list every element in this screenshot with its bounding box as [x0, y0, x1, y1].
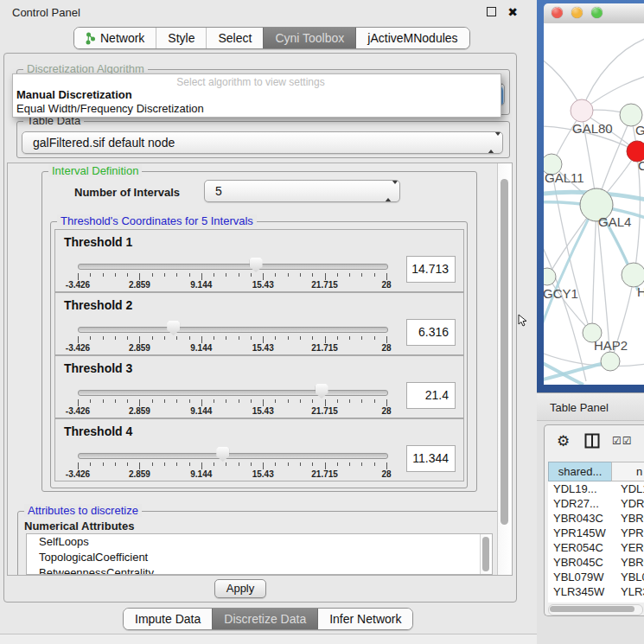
settings-scrollbar-thumb[interactable]: [501, 179, 508, 525]
attributes-group-label: Attributes to discretize: [24, 504, 142, 517]
tab-style[interactable]: Style: [156, 28, 206, 48]
tab-label: Discretize Data: [224, 612, 306, 626]
slider-tick-label: 21.715: [303, 280, 347, 290]
slider-tick: [226, 273, 226, 277]
tab-impute-data[interactable]: Impute Data: [124, 609, 212, 629]
table-row[interactable]: YDR27...YDR27: [548, 496, 644, 511]
cell-shared-name: YDL19...: [553, 481, 597, 496]
table-row[interactable]: YBR043CYBR04: [548, 511, 644, 526]
cell-shared-name: YLR345W: [553, 584, 604, 599]
apply-button[interactable]: Apply: [214, 579, 266, 598]
threshold-value-field[interactable]: 11.344: [406, 445, 456, 472]
threshold-slider-track[interactable]: [78, 390, 388, 396]
threshold-slider-thumb[interactable]: [316, 384, 328, 399]
slider-tick: [275, 399, 276, 403]
settings-scrollbar[interactable]: [497, 163, 512, 575]
settings-scrollpane: Interval Definition Number of Intervals …: [7, 163, 513, 576]
attribute-item[interactable]: TopologicalCoefficient: [27, 550, 492, 565]
number-of-intervals-combobox[interactable]: 5: [204, 180, 400, 202]
table-hscrollbar-thumb[interactable]: [550, 606, 634, 612]
algorithm-dropdown-popup: Select algorithm to view settings Manual…: [12, 73, 501, 118]
network-node-label: GAL11: [545, 170, 584, 185]
table-row[interactable]: YDL19...YDL19: [548, 481, 644, 496]
slider-tick: [275, 273, 276, 277]
threshold-slider-thumb[interactable]: [216, 447, 229, 462]
slider-tick: [288, 399, 289, 403]
minimize-traffic-light-icon[interactable]: [571, 7, 583, 18]
tab-discretize-data[interactable]: Discretize Data: [212, 609, 317, 629]
network-canvas[interactable]: GAL80GACGAL11GAL4GCY1HHAP2: [544, 23, 644, 385]
float-window-icon[interactable]: [484, 5, 498, 19]
slider-tick: [386, 462, 387, 469]
tab-label: Infer Network: [329, 612, 401, 626]
column-header-name[interactable]: n: [611, 462, 644, 481]
algorithm-option-manual-discretization[interactable]: Manual Discretization: [16, 88, 132, 101]
threshold-slider-thumb[interactable]: [167, 321, 180, 335]
select-columns-checkboxes-icon[interactable]: ☑☑: [612, 435, 633, 447]
slider-tick-label: 9.144: [180, 469, 223, 479]
slider-tick: [374, 399, 375, 403]
slider-tick: [189, 399, 190, 403]
slider-tick: [214, 462, 214, 466]
network-window-titlebar[interactable]: [544, 3, 644, 24]
attribute-item[interactable]: SelfLoops: [27, 534, 492, 550]
tab-network[interactable]: Network: [74, 28, 156, 48]
network-edge[interactable]: [592, 207, 596, 331]
tab-cyni-toolbox[interactable]: Cyni Toolbox: [263, 28, 355, 48]
threshold-value-field[interactable]: 6.316: [406, 319, 456, 346]
slider-tick: [361, 336, 362, 340]
slider-tick: [349, 336, 350, 340]
slider-tick: [349, 399, 350, 403]
attribute-item[interactable]: BetweennessCentrality: [27, 565, 492, 575]
network-view-window[interactable]: GAL80GACGAL11GAL4GCY1HHAP2: [537, 0, 644, 392]
slider-tick-label: 2.859: [118, 343, 161, 353]
network-node[interactable]: [622, 263, 644, 287]
network-node[interactable]: [544, 268, 556, 285]
tab-label: jActiveMNodules: [367, 31, 457, 45]
threshold-slider-track[interactable]: [78, 327, 388, 333]
algorithm-option-equal-width-frequency-discretization[interactable]: Equal Width/Frequency Discretization: [16, 102, 204, 115]
table-row[interactable]: YBR045CYBR04: [548, 555, 644, 570]
threshold-value-field[interactable]: 21.4: [406, 382, 456, 409]
interval-definition-label: Interval Definition: [48, 164, 142, 177]
network-edge[interactable]: [582, 38, 644, 111]
list-scrollbar-thumb[interactable]: [482, 537, 489, 571]
threshold-value-field[interactable]: 14.713: [406, 256, 456, 283]
slider-tick: [127, 273, 128, 277]
slider-tick: [115, 336, 116, 340]
slider-tick: [386, 399, 387, 406]
table-row[interactable]: YBL079WYBL07: [548, 570, 644, 584]
slider-tick: [263, 462, 264, 469]
threshold-slider-thumb[interactable]: [250, 258, 263, 272]
gear-icon[interactable]: ⚙: [557, 432, 570, 450]
slider-tick: [90, 273, 91, 277]
table-row[interactable]: YPR145WYPR14: [548, 526, 644, 540]
slider-tick: [127, 462, 128, 466]
cell-shared-name: YBR043C: [553, 511, 603, 526]
zoom-traffic-light-icon[interactable]: [591, 7, 603, 18]
list-scrollbar[interactable]: [480, 534, 492, 574]
columns-icon[interactable]: [584, 433, 600, 449]
column-header-shared-name[interactable]: shared...: [548, 462, 612, 481]
table-hscrollbar[interactable]: [548, 604, 643, 615]
network-node[interactable]: [571, 99, 593, 122]
slider-tick: [325, 399, 326, 406]
tab-infer-network[interactable]: Infer Network: [317, 609, 412, 629]
table-row[interactable]: YER054CYER05: [548, 540, 644, 555]
network-node[interactable]: [601, 352, 620, 371]
table-data-combobox[interactable]: galFiltered.sif default node: [22, 131, 503, 154]
numerical-attributes-list[interactable]: SelfLoopsTopologicalCoefficientBetweenne…: [26, 533, 493, 575]
table-row[interactable]: YIL052CYIL05: [548, 599, 644, 603]
threshold-slider-track[interactable]: [78, 453, 388, 459]
table-row[interactable]: YLR345WYLR34: [548, 584, 644, 599]
slider-tick-label: 9.144: [180, 280, 223, 290]
close-traffic-light-icon[interactable]: [552, 7, 563, 18]
close-icon[interactable]: ✖: [506, 5, 520, 19]
threshold-label: Threshold 1: [64, 235, 132, 249]
slider-tick: [263, 336, 264, 343]
slider-tick: [176, 399, 177, 403]
threshold-slider-track[interactable]: [78, 264, 388, 270]
tab-jactivemnodules[interactable]: jActiveMNodules: [355, 28, 469, 48]
tab-select[interactable]: Select: [206, 28, 263, 48]
tab-label: Select: [218, 31, 252, 45]
